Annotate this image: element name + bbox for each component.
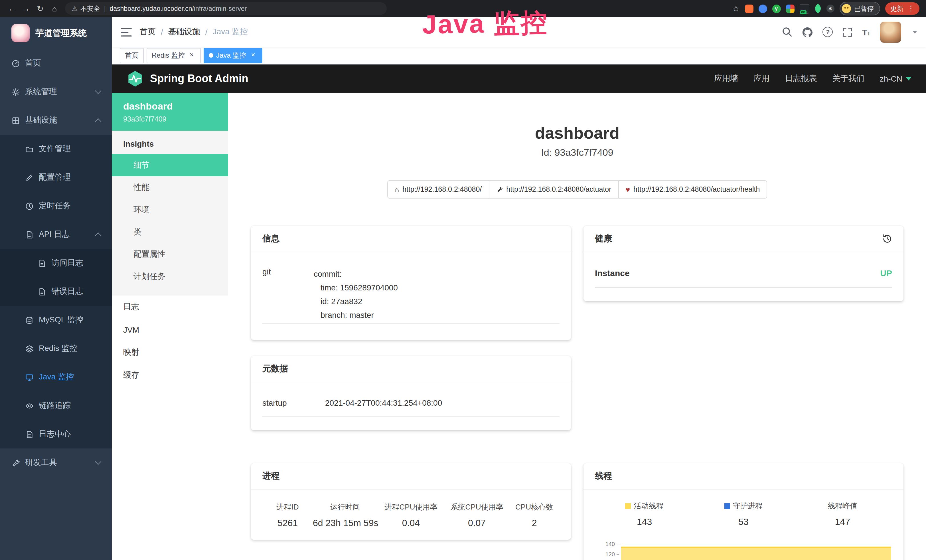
tag-label: 首页	[125, 50, 139, 60]
sidebar-item-tracing[interactable]: 链路追踪	[0, 391, 112, 420]
security-warning-icon[interactable]: ⚠	[72, 5, 77, 12]
sidebar-item-scheduled-tasks[interactable]: 定时任务	[0, 192, 112, 220]
font-size-icon[interactable]: TT	[862, 27, 870, 37]
health-url-label: http://192.168.0.2:48080/actuator/health	[633, 185, 760, 194]
sidebar-item-log-center[interactable]: 日志中心	[0, 420, 112, 448]
screen: ← → ↻ ⌂ ⚠ 不安全 | dashboard.yudao.iocoder.…	[0, 0, 926, 560]
browser-home-icon[interactable]: ⌂	[47, 2, 62, 16]
metadata-row-startup: startup 2021-04-27T00:44:31.254+08:00	[262, 388, 560, 417]
address-bar[interactable]: ⚠ 不安全 | dashboard.yudao.iocoder.cn/infra…	[65, 2, 387, 15]
sba-nav-journal[interactable]: 日志报表	[785, 74, 817, 84]
sba-nav-applications[interactable]: 应用	[754, 74, 770, 84]
sidebar-item-label: 访问日志	[51, 258, 83, 268]
sba-menu-item-jvm[interactable]: JVM	[112, 318, 228, 341]
breadcrumb-item-infrastructure[interactable]: 基础设施	[168, 27, 200, 37]
clock-icon	[25, 202, 34, 210]
sidebar-item-infrastructure[interactable]: 基础设施	[0, 106, 112, 135]
breadcrumb-item-current: Java 监控	[213, 27, 248, 37]
sidebar-item-config-management[interactable]: 配置管理	[0, 163, 112, 192]
extension-icon-dark[interactable]: ✱	[826, 5, 834, 12]
sba-menu-item-mappings[interactable]: 映射	[112, 341, 228, 364]
legend-peak-threads: 线程峰值 147	[793, 501, 892, 527]
close-icon[interactable]: ×	[188, 51, 196, 59]
extension-icon-proxy[interactable]: on	[799, 4, 809, 14]
legend-live-threads: 活动线程 143	[595, 501, 694, 527]
history-icon[interactable]	[882, 234, 892, 244]
extension-icon-green[interactable]: y	[772, 4, 781, 13]
sba-brand[interactable]: Spring Boot Admin	[127, 70, 248, 87]
sba-menu-item-config-props[interactable]: 配置属性	[112, 243, 228, 265]
app-logo-row[interactable]: 芋道管理系统	[0, 17, 112, 49]
dashboard-icon	[11, 59, 20, 68]
sidebar-item-system-management[interactable]: 系统管理	[0, 77, 112, 106]
back-icon[interactable]: ←	[5, 2, 19, 16]
sba-nav-wallboard[interactable]: 应用墙	[714, 74, 738, 84]
sba-menu-item-metrics[interactable]: 性能	[112, 176, 228, 198]
extension-icon-leaf[interactable]	[813, 4, 823, 14]
sba-nav-about[interactable]: 关于我们	[832, 74, 864, 84]
sidebar-item-home[interactable]: 首页	[0, 49, 112, 77]
sba-menu-group-label: Insights	[112, 131, 228, 154]
tag-redis-monitor[interactable]: Redis 监控 ×	[147, 48, 201, 63]
sba-instance-header[interactable]: dashboard 93a3fc7f7409	[112, 93, 228, 131]
sba-menu-item-caches[interactable]: 缓存	[112, 364, 228, 387]
browser-update-button[interactable]: 更新 ⋮	[885, 2, 920, 15]
tag-home[interactable]: 首页	[120, 48, 144, 63]
bookmark-star-icon[interactable]: ☆	[732, 4, 740, 13]
close-icon[interactable]: ×	[249, 51, 257, 59]
sba-menu-item-logs[interactable]: 日志	[112, 295, 228, 318]
app-sidebar: 芋道管理系统 首页 系统管理 基础设施 文件管理	[0, 17, 112, 560]
breadcrumb-item-home[interactable]: 首页	[140, 27, 156, 37]
forward-icon[interactable]: →	[19, 2, 33, 16]
reload-icon[interactable]: ↻	[33, 2, 47, 16]
avatar-dropdown-caret-icon[interactable]	[912, 30, 917, 33]
sidebar-item-label: MySQL 监控	[39, 315, 83, 325]
legend-swatch-yellow	[625, 503, 631, 509]
fullscreen-icon[interactable]	[843, 27, 852, 37]
help-icon[interactable]: ?	[823, 27, 833, 37]
profile-sync-paused-chip[interactable]: 已暂停	[839, 2, 880, 15]
instance-links: ⌂ http://192.168.0.2:48080/ http://192.1…	[251, 180, 903, 198]
extension-icon-grid[interactable]	[786, 4, 794, 13]
sidebar-item-api-logs[interactable]: API 日志	[0, 220, 112, 249]
main-area: 首页 / 基础设施 / Java 监控 ?	[112, 17, 926, 560]
sidebar-toggle-hamburger-icon[interactable]	[121, 27, 132, 37]
tags-view-bar: 首页 Redis 监控 × Java 监控 ×	[112, 47, 926, 65]
browser-menu-kebab-icon[interactable]: ⋮	[908, 5, 914, 12]
process-card: 进程 进程ID 5261 运行时间	[251, 463, 571, 540]
info-row-git: git commit: time: 1596289704000 id: 27aa…	[262, 258, 560, 324]
sidebar-item-error-logs[interactable]: 错误日志	[0, 277, 112, 306]
service-url-button[interactable]: ⌂ http://192.168.0.2:48080/	[387, 180, 489, 198]
tag-java-monitor[interactable]: Java 监控 ×	[204, 48, 262, 63]
extension-icon-orange[interactable]	[744, 4, 753, 13]
breadcrumb-separator: /	[205, 27, 207, 36]
sba-menu-item-classes[interactable]: 类	[112, 221, 228, 243]
chevron-down-icon	[95, 88, 101, 94]
user-avatar[interactable]	[880, 21, 901, 42]
sidebar-item-mysql-monitor[interactable]: MySQL 监控	[0, 306, 112, 334]
home-icon: ⌂	[395, 185, 399, 194]
sba-locale-select[interactable]: zh-CN	[880, 74, 911, 83]
sidebar-item-label: 定时任务	[39, 201, 71, 211]
breadcrumb-separator: /	[161, 27, 163, 36]
process-col-system-cpu: 系统CPU使用率 0.07	[445, 502, 509, 528]
sidebar-item-dev-tools[interactable]: 研发工具	[0, 448, 112, 477]
health-card-header: 健康	[584, 226, 903, 252]
app-frame: 芋道管理系统 首页 系统管理 基础设施 文件管理	[0, 17, 926, 560]
health-card-body: Instance UP	[584, 252, 903, 297]
sba-menu-item-scheduled-tasks[interactable]: 计划任务	[112, 265, 228, 288]
sidebar-item-redis-monitor[interactable]: Redis 监控	[0, 334, 112, 363]
health-instance-row: Instance UP	[595, 257, 892, 288]
github-icon[interactable]	[802, 27, 813, 37]
spring-boot-admin-frame: Spring Boot Admin 应用墙 应用 日志报表 关于我们 zh-CN	[112, 65, 926, 560]
sba-menu-item-details[interactable]: 细节	[112, 154, 228, 176]
extension-icon-blue[interactable]	[758, 4, 767, 13]
health-url-button[interactable]: ♥ http://192.168.0.2:48080/actuator/heal…	[618, 180, 767, 198]
health-card: 健康 Instance UP	[584, 226, 903, 301]
sidebar-item-access-logs[interactable]: 访问日志	[0, 249, 112, 277]
sidebar-item-file-management[interactable]: 文件管理	[0, 135, 112, 163]
sidebar-item-java-monitor[interactable]: Java 监控	[0, 363, 112, 391]
sba-menu-item-environment[interactable]: 环境	[112, 198, 228, 221]
search-icon[interactable]	[782, 27, 793, 37]
actuator-url-button[interactable]: http://192.168.0.2:48080/actuator	[489, 180, 619, 198]
